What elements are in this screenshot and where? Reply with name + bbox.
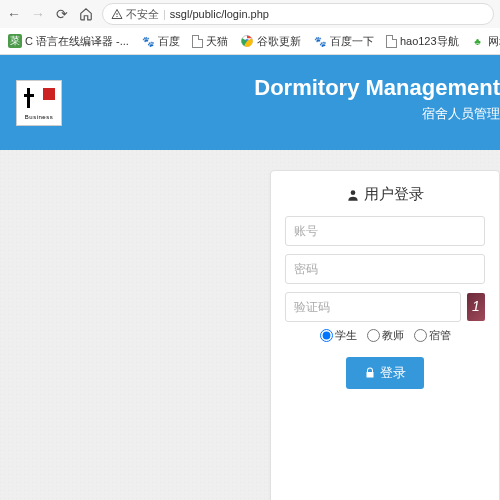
captcha-input[interactable] (285, 292, 461, 322)
bookmark-item[interactable]: 🐾百度 (137, 32, 184, 51)
title-chinese: 宿舍人员管理 (254, 105, 500, 123)
paw-icon: 🐾 (313, 34, 327, 48)
content-area: 用户登录 学生 教师 宿管 登录 (0, 150, 500, 500)
page-header: Business Dormitory Management 宿舍人员管理 (0, 55, 500, 150)
security-label: 不安全 (126, 7, 159, 22)
forward-icon[interactable]: → (30, 6, 46, 22)
page-icon (386, 35, 397, 48)
header-titles: Dormitory Management 宿舍人员管理 (254, 75, 500, 123)
url-text: ssgl/public/login.php (170, 8, 269, 20)
svg-point-4 (351, 190, 356, 195)
bookmark-item[interactable]: 🐾百度一下 (309, 32, 378, 51)
chrome-icon (240, 34, 254, 48)
bookmark-item[interactable]: 菜C 语言在线编译器 -... (4, 32, 133, 51)
bookmark-item[interactable]: hao123导航 (382, 32, 463, 51)
lock-icon (364, 367, 376, 379)
browser-chrome: ← → ⟳ 不安全 | ssgl/public/login.php 菜C 语言在… (0, 0, 500, 55)
logo-text: Business (25, 114, 53, 120)
back-icon[interactable]: ← (6, 6, 22, 22)
captcha-image[interactable] (467, 293, 485, 321)
nav-row: ← → ⟳ 不安全 | ssgl/public/login.php (0, 0, 500, 28)
security-warning: 不安全 (111, 7, 159, 22)
role-student[interactable]: 学生 (320, 328, 357, 343)
user-icon (346, 188, 360, 202)
login-title: 用户登录 (285, 185, 485, 204)
login-card: 用户登录 学生 教师 宿管 登录 (270, 170, 500, 500)
role-teacher[interactable]: 教师 (367, 328, 404, 343)
leaf-icon: ♣ (471, 34, 485, 48)
bookmarks-bar: 菜C 语言在线编译器 -... 🐾百度 天猫 谷歌更新 🐾百度一下 hao123… (0, 28, 500, 54)
page-icon (192, 35, 203, 48)
bookmark-item[interactable]: 天猫 (188, 32, 232, 51)
reload-icon[interactable]: ⟳ (54, 6, 70, 22)
logo: Business (16, 80, 62, 126)
bookmark-item[interactable]: 谷歌更新 (236, 32, 305, 51)
password-input[interactable] (285, 254, 485, 284)
bookmark-item[interactable]: ♣网址导航 (467, 32, 500, 51)
username-input[interactable] (285, 216, 485, 246)
role-radios: 学生 教师 宿管 (285, 328, 485, 343)
login-button[interactable]: 登录 (346, 357, 424, 389)
svg-point-1 (117, 16, 118, 17)
title-english: Dormitory Management (254, 75, 500, 101)
paw-icon: 🐾 (141, 34, 155, 48)
home-icon[interactable] (78, 6, 94, 22)
address-bar[interactable]: 不安全 | ssgl/public/login.php (102, 3, 494, 25)
role-dorm-manager[interactable]: 宿管 (414, 328, 451, 343)
